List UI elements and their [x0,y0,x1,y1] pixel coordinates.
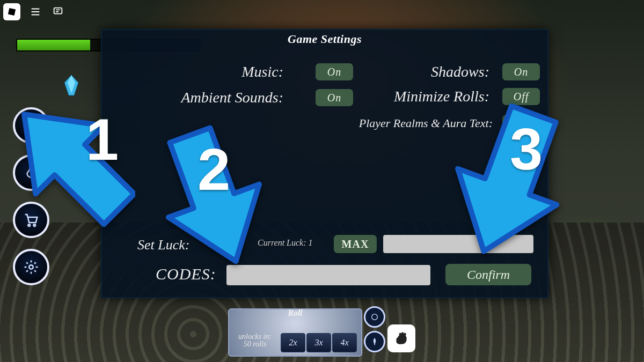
svg-point-5 [29,265,33,269]
multipliers: 2x 3x 4x [281,333,357,352]
menu-icon[interactable] [28,4,43,19]
platform-topbar [3,3,65,20]
panel-title: Game Settings [102,32,547,46]
shadows-toggle[interactable]: On [502,63,540,80]
annotation-number-3: 3 [510,115,543,183]
music-toggle[interactable]: On [316,63,353,80]
round-action-2[interactable] [364,331,385,352]
roll-label: Roll [229,308,361,318]
settings-button[interactable] [13,249,49,285]
mult-4x[interactable]: 4x [332,333,357,352]
max-button[interactable]: MAX [334,235,377,253]
annotation-arrow-3: 3 [440,91,580,268]
chat-icon[interactable] [50,4,65,19]
mult-3x[interactable]: 3x [306,333,331,352]
annotation-arrow-1: 1 [12,80,135,247]
roblox-icon[interactable] [3,3,20,20]
health-bar-fill [17,40,90,50]
ambient-toggle[interactable]: On [316,89,353,106]
annotation-number-2: 2 [197,135,230,203]
unlocks-line1: unlocks in: [238,333,272,341]
unlocks-line2: 50 rolls [244,340,267,348]
row-ambient: Ambient Sounds: On [128,89,353,106]
combat-button[interactable] [387,324,415,352]
mult-2x[interactable]: 2x [281,333,305,352]
svg-point-6 [372,314,378,320]
row-music: Music: On [128,63,353,80]
round-action-1[interactable] [364,306,385,328]
annotation-number-1: 1 [86,105,119,173]
annotation-arrow-2: 2 [150,113,274,279]
row-shadows: Shadows: On [354,63,540,80]
music-label: Music: [144,63,283,80]
svg-rect-0 [54,8,62,14]
unlocks-text: unlocks in: 50 rolls [233,333,276,348]
ambient-label: Ambient Sounds: [144,89,283,106]
roll-panel: Roll unlocks in: 50 rolls 2x 3x 4x [228,308,362,357]
shadows-label: Shadows: [361,63,489,80]
